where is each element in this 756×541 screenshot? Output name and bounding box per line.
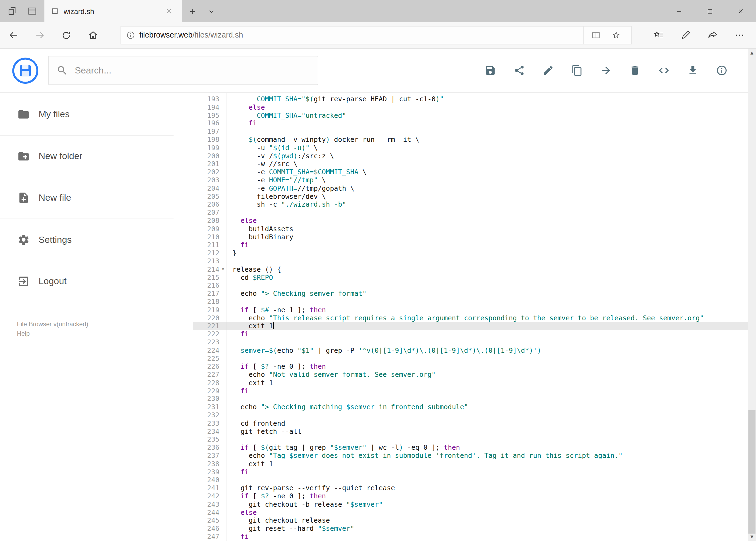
code-line-232[interactable]: 232 — [193, 411, 748, 419]
copy-button[interactable] — [568, 61, 587, 80]
code-line-203[interactable]: 203 -e HOME="//tmp" \ — [193, 176, 748, 184]
fold-arrow-icon[interactable]: ▾ — [219, 265, 227, 273]
code-line-247[interactable]: 247 fi — [193, 533, 748, 541]
code-line-221[interactable]: 221 exit 1 — [193, 322, 748, 330]
more-menu-button[interactable] — [726, 22, 753, 48]
add-favorite-button[interactable] — [606, 26, 626, 44]
code-line-243[interactable]: 243 git checkout -b release "$semver" — [193, 500, 748, 508]
code-line-206[interactable]: 206 sh -c "./wizard.sh -b" — [193, 201, 748, 209]
browser-tab[interactable]: wizard.sh — [44, 0, 182, 22]
code-line-213[interactable]: 213 — [193, 257, 748, 265]
code-line-233[interactable]: 233 cd frontend — [193, 419, 748, 427]
code-line-211[interactable]: 211 fi — [193, 241, 748, 249]
code-line-214[interactable]: 214▾release () { — [193, 265, 748, 273]
code-line-231[interactable]: 231 echo "> Checking matching $semver in… — [193, 403, 748, 411]
code-line-223[interactable]: 223 — [193, 338, 748, 346]
code-line-196[interactable]: 196 fi — [193, 119, 748, 128]
code-line-241[interactable]: 241 git rev-parse --verify --quiet relea… — [193, 484, 748, 492]
code-line-235[interactable]: 235 — [193, 435, 748, 443]
code-line-205[interactable]: 205 filebrowser/dev \ — [193, 192, 748, 201]
tab-list-dropdown[interactable] — [203, 0, 219, 22]
code-line-209[interactable]: 209 buildAssets — [193, 225, 748, 233]
sidebar-item-settings[interactable]: Settings — [0, 219, 193, 261]
sidebar-item-new-file[interactable]: New file — [0, 177, 193, 219]
search-input[interactable] — [75, 65, 310, 76]
minimize-button[interactable] — [663, 0, 694, 22]
code-line-210[interactable]: 210 buildBinary — [193, 233, 748, 241]
code-line-198[interactable]: 198 $(command -v winpty) docker run --rm… — [193, 136, 748, 144]
help-link[interactable]: Help — [17, 329, 193, 339]
code-line-217[interactable]: 217 echo "> Checking semver format" — [193, 289, 748, 297]
url-text[interactable]: filebrowser.web/files/wizard.sh — [139, 31, 580, 39]
search-box[interactable] — [48, 56, 318, 85]
share-button[interactable] — [510, 61, 529, 80]
code-line-242[interactable]: 242 if [ $? -ne 0 ]; then — [193, 492, 748, 500]
refresh-button[interactable] — [53, 22, 79, 48]
code-line-207[interactable]: 207 — [193, 209, 748, 217]
code-line-204[interactable]: 204 -e GOPATH=//tmp/gopath \ — [193, 184, 748, 192]
code-line-195[interactable]: 195 COMMIT_SHA="untracked" — [193, 111, 748, 119]
info-button[interactable] — [712, 61, 731, 80]
share-page-button[interactable] — [699, 22, 726, 48]
scrollbar-thumb[interactable] — [748, 410, 755, 533]
code-editor[interactable]: 193 COMMIT_SHA="$(git rev-parse HEAD | c… — [193, 93, 748, 541]
code-line-239[interactable]: 239 fi — [193, 468, 748, 476]
sidebar-item-new-folder[interactable]: New folder — [0, 136, 193, 177]
code-line-197[interactable]: 197 — [193, 128, 748, 136]
new-tab-button[interactable] — [182, 0, 203, 22]
code-line-245[interactable]: 245 git checkout release — [193, 516, 748, 525]
download-button[interactable] — [683, 61, 702, 80]
code-line-218[interactable]: 218 — [193, 297, 748, 306]
close-window-button[interactable] — [725, 0, 756, 22]
code-line-230[interactable]: 230 — [193, 395, 748, 403]
code-line-193[interactable]: 193 COMMIT_SHA="$(git rev-parse HEAD | c… — [193, 95, 748, 103]
code-line-215[interactable]: 215 cd $REPO — [193, 273, 748, 281]
scroll-down-arrow-icon[interactable]: ▼ — [748, 533, 756, 541]
tabs-preview-button[interactable] — [27, 6, 38, 16]
code-line-240[interactable]: 240 — [193, 476, 748, 484]
site-info-icon[interactable] — [126, 31, 135, 40]
code-line-229[interactable]: 229 fi — [193, 387, 748, 395]
scroll-up-arrow-icon[interactable]: ▲ — [748, 49, 756, 57]
code-line-237[interactable]: 237 echo "Tag $semver does not exist in … — [193, 452, 748, 460]
raw-view-button[interactable] — [654, 61, 673, 80]
favorites-hub-button[interactable] — [645, 22, 672, 48]
reading-view-button[interactable] — [586, 26, 606, 44]
code-line-202[interactable]: 202 -e COMMIT_SHA=$COMMIT_SHA \ — [193, 168, 748, 176]
delete-button[interactable] — [626, 61, 644, 80]
app-logo[interactable] — [12, 57, 39, 84]
sidebar-item-logout[interactable]: Logout — [0, 261, 193, 302]
maximize-button[interactable] — [694, 0, 725, 22]
code-line-236[interactable]: 236 if [ $(git tag | grep "$semver" | wc… — [193, 443, 748, 452]
address-bar[interactable]: filebrowser.web/files/wizard.sh — [121, 26, 632, 44]
code-line-238[interactable]: 238 exit 1 — [193, 460, 748, 468]
code-line-222[interactable]: 222 fi — [193, 330, 748, 338]
code-line-200[interactable]: 200 -v /$(pwd):/src:z \ — [193, 152, 748, 160]
page-scrollbar[interactable]: ▲ ▼ — [748, 49, 756, 541]
code-line-208[interactable]: 208 else — [193, 217, 748, 225]
sidebar-item-my-files[interactable]: My files — [0, 94, 193, 135]
code-line-219[interactable]: 219 if [ $# -ne 1 ]; then — [193, 306, 748, 314]
close-tab-button[interactable] — [160, 0, 177, 22]
code-line-212[interactable]: 212} — [193, 249, 748, 257]
code-line-244[interactable]: 244 else — [193, 508, 748, 516]
rename-button[interactable] — [539, 61, 558, 80]
move-button[interactable] — [597, 61, 616, 80]
code-line-228[interactable]: 228 exit 1 — [193, 379, 748, 387]
code-line-199[interactable]: 199 -u "$(id -u)" \ — [193, 144, 748, 152]
code-line-225[interactable]: 225 — [193, 354, 748, 362]
code-line-201[interactable]: 201 -w //src \ — [193, 160, 748, 168]
save-button[interactable] — [481, 61, 500, 80]
code-line-224[interactable]: 224 semver=$(echo "$1" | grep -P '^v(0|[… — [193, 346, 748, 354]
code-line-246[interactable]: 246 git reset --hard "$semver" — [193, 525, 748, 533]
annotate-button[interactable] — [672, 22, 699, 48]
code-line-220[interactable]: 220 echo "This release script requires a… — [193, 314, 748, 322]
code-line-194[interactable]: 194 else — [193, 103, 748, 111]
back-button[interactable] — [0, 22, 26, 48]
forward-button[interactable] — [26, 22, 53, 48]
code-line-216[interactable]: 216 — [193, 281, 748, 289]
code-line-234[interactable]: 234 git fetch --all — [193, 427, 748, 435]
home-button[interactable] — [80, 22, 106, 48]
code-line-227[interactable]: 227 echo "Not valid semver format. See s… — [193, 370, 748, 379]
set-tabs-aside-button[interactable] — [7, 6, 17, 16]
